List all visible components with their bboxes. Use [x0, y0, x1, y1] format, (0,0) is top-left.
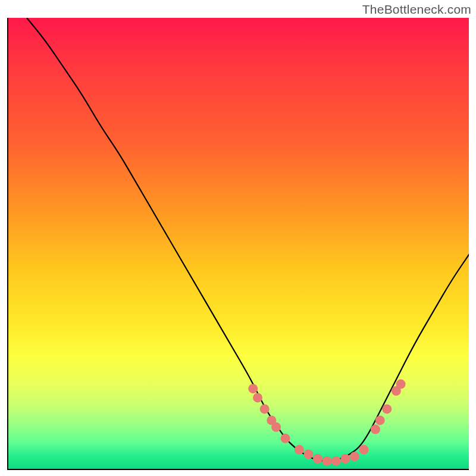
chart-line-canvas: [8, 18, 469, 470]
watermark-text: TheBottleneck.com: [362, 2, 471, 17]
chart-plot-area: [7, 18, 469, 470]
